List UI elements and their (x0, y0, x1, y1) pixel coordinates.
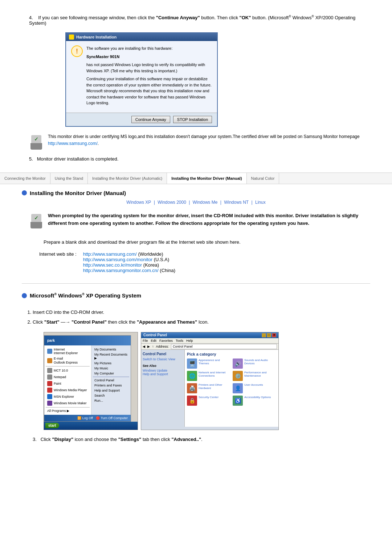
site-korea[interactable]: http://www.sec.co.kr/monitor (83, 262, 142, 268)
start-popup: park InternetInternet Explorer E-mailOut… (44, 335, 131, 422)
cp-forward-btn[interactable]: ▶ (147, 345, 150, 348)
note-icon-check: ✓ (31, 135, 41, 143)
cp-cat-accessibility[interactable]: ♿ Accessibility Options (233, 396, 276, 406)
os-link-linux[interactable]: Linux (255, 200, 266, 205)
cp-menu-help: Help (186, 339, 193, 343)
menu-help: Help and Support (93, 388, 129, 393)
site-usa[interactable]: http://www.samsung.com/monitor (83, 257, 152, 262)
cp-see-also: See Also (143, 364, 183, 368)
cp-cat-label-printers: Printers and Other Hardware (199, 383, 230, 390)
menu-right-divider (93, 377, 129, 377)
bold-note-icon-check: ✓ (31, 214, 41, 222)
nav-install-automatic[interactable]: Installing the Monitor Driver (Automatic… (88, 173, 167, 184)
cp-cat-performance[interactable]: ⚙️ Performance and Maintenance (233, 371, 276, 381)
os-link-win2000[interactable]: Windows 2000 (158, 200, 186, 205)
taskbar: start (44, 422, 138, 430)
restore-btn[interactable]: □ (267, 333, 271, 337)
screenshot-start-menu: park InternetInternet Explorer E-mailOut… (44, 332, 138, 430)
turnoff-btn: 🔴 Turn Off Computer (96, 416, 128, 420)
cp-up-btn[interactable]: ↑ (152, 345, 154, 348)
cp-cat-sound[interactable]: 🔊 Sounds and Audio Devices (233, 358, 276, 369)
prepare-text: Prepare a blank disk and download the dr… (44, 239, 370, 246)
cp-address-label: Address: (156, 345, 169, 348)
menu-icon-msn (47, 394, 52, 399)
step-5: 5. Monitor driver installation is comple… (22, 156, 370, 162)
menu-allprograms: All Programs ▶ (46, 408, 90, 413)
manual-steps-list: Insert CD into the CD-ROM driver. Click … (33, 309, 370, 326)
menu-icon-mct (47, 368, 52, 373)
bold-note-box: ✓ When prompted by the operating system … (29, 212, 370, 232)
dialog-body: ! The software you are installing for th… (66, 41, 217, 113)
cp-sidebar-link1[interactable]: Switch to Classic View (143, 357, 183, 361)
stop-installation-button[interactable]: STOP Installation (173, 116, 212, 123)
menu-divider-1 (46, 366, 90, 366)
cp-cat-label-sound: Sounds and Audio Devices (244, 358, 276, 365)
cp-menu-edit: Edit (151, 339, 157, 343)
menu-printers: Printers and Faxes (93, 383, 129, 388)
dialog-line4: Continuing your installation of this sof… (86, 76, 212, 106)
cp-cat-users[interactable]: 👤 User Accounts (233, 383, 276, 393)
cp-cat-printers[interactable]: 🖨️ Printers and Other Hardware (187, 383, 230, 393)
divider-1 (22, 283, 370, 284)
nav-using-stand[interactable]: Using the Stand (50, 173, 88, 184)
bold-note-icon: ✓ (29, 212, 44, 228)
start-button[interactable]: start (45, 423, 59, 428)
close-btn[interactable]: ✕ (272, 333, 276, 337)
menu-mydocs: My Documents (93, 347, 129, 352)
menu-myrecent: My Recent Documents ▶ (93, 352, 129, 361)
start-popup-header: park (44, 336, 131, 345)
nav-install-manual[interactable]: Installing the Monitor Driver (Manual) (167, 173, 246, 184)
nav-natural-color[interactable]: Natural Color (247, 173, 279, 184)
nav-bar: Connecting the Monitor Using the Stand I… (0, 173, 392, 184)
step-4: 4. If you can see following message wind… (22, 15, 370, 26)
cp-back-btn[interactable]: ◀ (143, 345, 145, 348)
nav-connecting-monitor[interactable]: Connecting the Monitor (0, 173, 50, 184)
manual-step-1: Insert CD into the CD-ROM driver. (33, 309, 370, 316)
os-link-winnt[interactable]: Windows NT (224, 200, 249, 205)
cp-title: Control Panel (143, 333, 167, 337)
menu-icon-email (47, 358, 52, 363)
cp-address-input[interactable]: Control Panel (171, 344, 277, 349)
cp-cat-label-appearance: Appearance and Themes (199, 358, 230, 365)
menu-icon-notepad (47, 374, 52, 380)
start-popup-body: InternetInternet Explorer E-mailOutlook … (44, 345, 131, 415)
cp-cat-label-accessibility: Accessibility Options (244, 396, 271, 399)
menu-run: Run... (93, 398, 129, 403)
continue-anyway-button[interactable]: Continue Anyway (131, 116, 170, 123)
os-link-winme[interactable]: Windows Me (193, 200, 218, 205)
dialog-title-text: Hardware Installation (76, 35, 117, 39)
dialog-line2: SyncMaster 901N (86, 54, 212, 60)
hardware-dialog: Hardware Installation ! The software you… (65, 32, 218, 127)
dialog-title-icon (69, 35, 74, 40)
cp-cat-label-network: Network and Internet Connections (199, 371, 230, 377)
cp-cat-icon-users: 👤 (233, 383, 243, 393)
section-title: Installing the Monitor Driver (Manual) (30, 190, 126, 196)
menu-mymusic: My Music (93, 366, 129, 371)
cp-windows-update[interactable]: Windows Update (143, 369, 183, 372)
site-worldwide[interactable]: http://www.samsung.com/ (83, 251, 137, 257)
ms-title-text: Microsoft® Windows® XP Operating System (30, 292, 141, 299)
cp-cat-icon-accessibility: ♿ (233, 396, 243, 406)
menu-notepad: Notepad (46, 374, 90, 380)
cp-cat-label-performance: Performance and Maintenance (244, 371, 276, 377)
start-menu-right: My Documents My Recent Documents ▶ My Pi… (91, 345, 131, 415)
internet-sites-table: Internet web site : http://www.samsung.c… (36, 250, 178, 275)
site-china[interactable]: http://www.samsungmonitor.com.cn/ (83, 268, 159, 273)
cp-cat-appearance[interactable]: 🖥️ Appearance and Themes (187, 358, 230, 369)
cp-cat-label-users: User Accounts (244, 383, 263, 386)
control-panel-titlebar: Control Panel _ □ ✕ (141, 332, 278, 338)
cp-cat-security[interactable]: 🔒 Security Center (187, 396, 230, 406)
note-box-1: ✓ This monitor driver is under certifyin… (29, 133, 370, 150)
cp-body: Control Panel Switch to Classic View See… (141, 350, 278, 427)
cp-cat-network[interactable]: 🌐 Network and Internet Connections (187, 371, 230, 381)
cp-cat-icon-security: 🔒 (187, 396, 197, 406)
manual-step-2: Click "Start" —→ "Control Panel" then cl… (33, 319, 370, 326)
cp-category-grid: 🖥️ Appearance and Themes 🔊 Sounds and Au… (187, 358, 276, 406)
section-bullet (22, 190, 27, 195)
cp-help-support[interactable]: Help and Support (143, 372, 183, 376)
samsung-homepage-link[interactable]: http://www.samsung.com/ (48, 141, 98, 146)
os-link-winxp[interactable]: Windows XP (126, 200, 151, 205)
menu-paint: Paint (46, 380, 90, 387)
minimize-btn[interactable]: _ (262, 333, 266, 337)
menu-mypictures: My Pictures (93, 361, 129, 366)
